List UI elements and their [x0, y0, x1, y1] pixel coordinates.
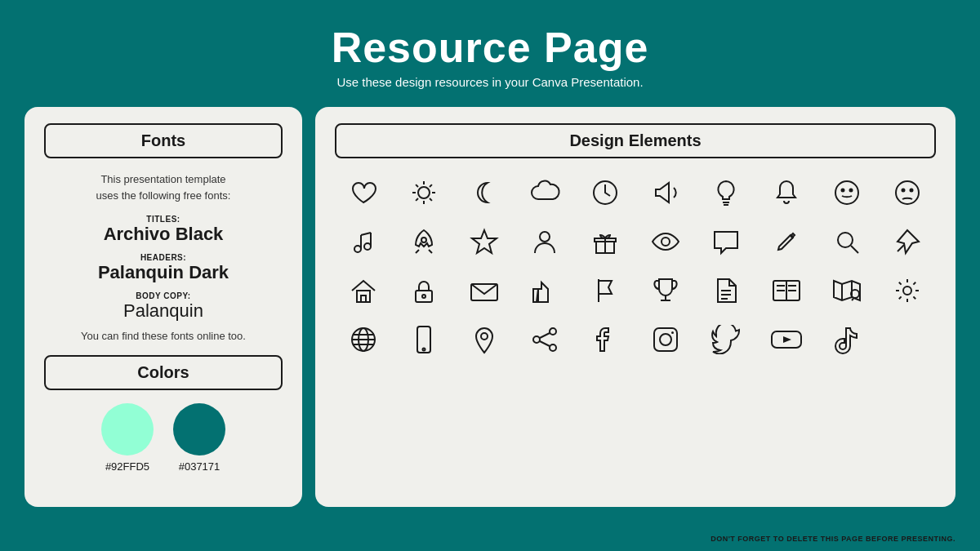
icon-home	[335, 269, 392, 312]
icon-location	[456, 318, 513, 361]
icon-lock	[395, 269, 452, 312]
icon-flag	[577, 269, 634, 312]
icon-heart	[335, 171, 392, 214]
main-content: Fonts This presentation templateuses the…	[0, 107, 980, 507]
font-label-title: TITLES:	[44, 215, 283, 224]
icon-youtube	[758, 318, 815, 361]
color-hex-mint: #92FFD5	[101, 460, 154, 473]
svg-point-71	[660, 334, 671, 345]
icon-trophy	[637, 269, 694, 312]
svg-marker-74	[783, 336, 791, 343]
icon-globe	[335, 318, 392, 361]
svg-point-23	[421, 238, 426, 242]
icon-thumbsup	[516, 269, 573, 312]
svg-line-69	[540, 341, 550, 346]
font-name-header: Palanquin Dark	[44, 262, 283, 283]
page-header: Resource Page Use these design resources…	[0, 0, 980, 97]
color-swatch-teal: #037171	[173, 403, 225, 473]
icon-person	[516, 220, 573, 263]
icon-smiley	[818, 171, 875, 214]
icon-map	[818, 269, 875, 312]
icon-mail	[456, 269, 513, 312]
icon-sad	[879, 171, 936, 214]
icon-document	[697, 269, 755, 312]
footer-note: DON'T FORGET TO DELETE THIS PAGE BEFORE …	[710, 535, 956, 543]
svg-point-29	[662, 238, 670, 246]
font-name-body: Palanquin	[44, 300, 283, 322]
design-elements-section-header: Design Elements	[335, 123, 936, 158]
svg-line-55	[852, 299, 853, 300]
font-label-body: BODY COPY:	[44, 291, 283, 300]
font-entry-title: TITLES: Archivo Black	[44, 215, 283, 245]
svg-point-0	[418, 187, 430, 198]
icon-book	[758, 269, 815, 312]
icon-phone	[395, 318, 452, 361]
page-subtitle: Use these design resources in your Canva…	[0, 75, 980, 89]
svg-point-16	[902, 189, 905, 192]
font-entry-body: BODY COPY: Palanquin	[44, 291, 283, 322]
left-panel: Fonts This presentation templateuses the…	[24, 107, 302, 507]
fonts-label: Fonts	[141, 131, 185, 149]
svg-point-17	[911, 189, 913, 192]
icon-clock	[577, 171, 634, 214]
svg-point-56	[903, 287, 911, 295]
icon-moon	[456, 171, 513, 214]
svg-line-22	[361, 233, 371, 235]
colors-section: Colors #92FFD5 #037171	[44, 355, 283, 473]
right-panel: Design Elements	[315, 107, 956, 507]
font-entry-header: HEADERS: Palanquin Dark	[44, 253, 283, 283]
icon-bulb	[697, 171, 755, 214]
svg-marker-24	[472, 230, 497, 253]
color-circle-teal	[173, 403, 225, 455]
svg-point-66	[533, 336, 540, 343]
icon-sun	[395, 171, 452, 214]
svg-rect-70	[654, 328, 677, 351]
svg-point-72	[671, 331, 674, 334]
svg-point-25	[540, 232, 550, 242]
svg-point-65	[550, 328, 556, 335]
icon-twitter	[697, 318, 755, 361]
svg-line-32	[898, 245, 904, 251]
icon-pencil	[758, 220, 815, 263]
fonts-description: This presentation templateuses the follo…	[44, 171, 283, 203]
svg-point-63	[423, 349, 425, 351]
color-swatches: #92FFD5 #037171	[44, 403, 283, 473]
icon-facebook	[577, 318, 634, 361]
svg-point-36	[422, 295, 425, 298]
colors-section-header: Colors	[44, 355, 283, 390]
font-name-title: Archivo Black	[44, 224, 283, 245]
svg-rect-35	[416, 291, 432, 302]
svg-line-7	[430, 184, 432, 187]
icon-pin	[879, 220, 936, 263]
svg-point-30	[838, 233, 853, 247]
svg-point-15	[896, 181, 919, 204]
svg-line-6	[430, 198, 432, 201]
fonts-online-text: You can find these fonts online too.	[44, 330, 283, 342]
svg-point-64	[481, 333, 488, 340]
svg-point-14	[850, 189, 853, 192]
svg-rect-38	[533, 289, 538, 302]
svg-point-18	[354, 246, 361, 252]
icon-gift	[577, 220, 634, 263]
colors-label: Colors	[137, 363, 189, 381]
icon-star	[456, 220, 513, 263]
svg-line-31	[851, 246, 858, 253]
icon-chat	[697, 220, 755, 263]
icon-eye	[637, 220, 694, 263]
svg-point-19	[364, 243, 371, 250]
icon-share	[516, 318, 573, 361]
icon-instagram	[637, 318, 694, 361]
color-circle-mint	[101, 403, 154, 455]
page-title: Resource Page	[0, 23, 980, 72]
font-label-header: HEADERS:	[44, 253, 283, 262]
svg-line-68	[540, 333, 550, 338]
color-hex-teal: #037171	[173, 460, 225, 473]
svg-line-8	[416, 198, 418, 201]
design-elements-label: Design Elements	[569, 131, 701, 149]
svg-point-13	[842, 189, 844, 192]
icon-megaphone	[637, 171, 694, 214]
icons-grid	[335, 171, 936, 361]
svg-rect-34	[361, 295, 366, 302]
icon-search	[818, 220, 875, 263]
icon-cloud	[516, 171, 573, 214]
